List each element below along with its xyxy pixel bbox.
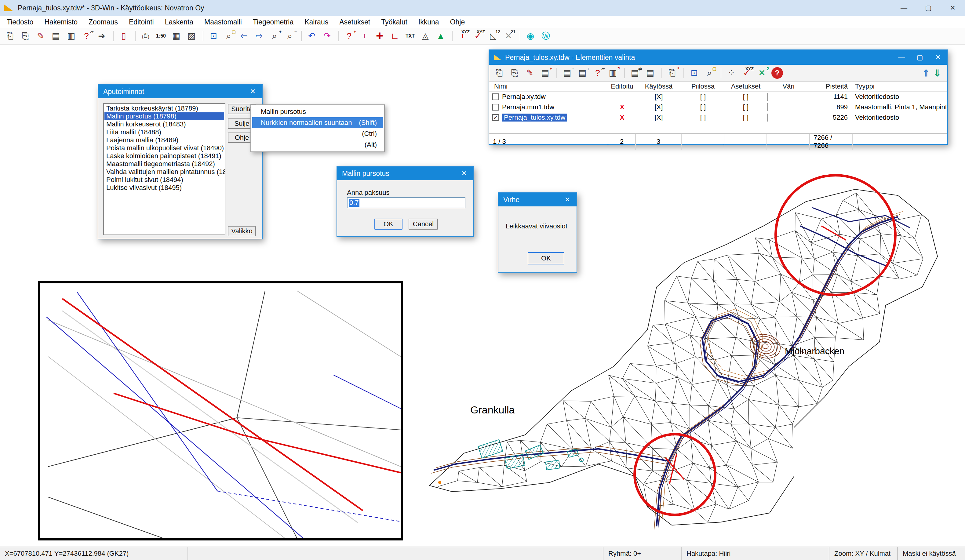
open-file-icon[interactable]: ⎘ xyxy=(507,66,522,80)
table-row[interactable]: ✓Pernaja_tulos.xy.tdwX[X][ ][ ]5226Vekto… xyxy=(489,113,947,123)
add-point-icon[interactable]: + xyxy=(357,29,372,43)
query-file-icon[interactable]: ?▱ xyxy=(79,29,94,43)
minimize-button[interactable]: — xyxy=(892,50,911,65)
close-icon[interactable]: ✕ xyxy=(455,167,473,180)
cancel-button[interactable]: Cancel xyxy=(409,219,438,230)
maximize-button[interactable]: ▢ xyxy=(911,50,929,65)
zoom-extents-icon[interactable]: ⊡ xyxy=(206,29,221,43)
open-file-icon[interactable]: ⎘ xyxy=(18,29,33,43)
copy-up-icon[interactable]: ▤↑ xyxy=(559,66,575,80)
element-checkbox[interactable] xyxy=(492,104,499,111)
column-header-nimi[interactable]: Nimi xyxy=(489,82,608,90)
merge-files-icon[interactable]: ▤ xyxy=(643,66,658,80)
column-header-piilossa[interactable]: Piilossa xyxy=(682,82,725,90)
xyz-check-icon[interactable]: ✓XYZ xyxy=(739,66,754,80)
menu-maastomalli[interactable]: Maastomalli xyxy=(199,16,247,28)
x2-icon[interactable]: ✕2 xyxy=(754,66,770,80)
text-icon[interactable]: TXT xyxy=(402,29,418,43)
maximize-button[interactable]: ▢ xyxy=(916,0,940,16)
help-icon[interactable]: ? xyxy=(771,67,783,79)
scale-icon[interactable]: 1:50 xyxy=(153,29,168,43)
xyz-plus-icon[interactable]: +XYZ xyxy=(455,29,470,43)
menu-tiedosto[interactable]: Tiedosto xyxy=(1,16,39,28)
table-row[interactable]: Pernaja.mm1.tdwX[X][ ][ ]899Maastomalli,… xyxy=(489,102,947,113)
menu-editointi[interactable]: Editointi xyxy=(123,16,159,28)
new-element-icon[interactable]: ⎗* xyxy=(664,66,680,80)
w-sphere-icon[interactable]: Ⓦ xyxy=(538,29,553,43)
new-file-icon[interactable]: ⎗ xyxy=(2,29,18,43)
context-menu-item[interactable]: Nurkkien normaalien suuntaan(Shift) xyxy=(252,117,383,128)
context-menu-item[interactable]: Mallin pursotus xyxy=(252,106,383,117)
virhe-titlebar[interactable]: Virhe ✕ xyxy=(498,193,577,206)
element-window-titlebar[interactable]: Pernaja_tulos.xy.tdw - Elementtien valin… xyxy=(489,50,947,65)
menu-ohje[interactable]: Ohje xyxy=(445,16,471,28)
menu-työkalut[interactable]: Työkalut xyxy=(376,16,413,28)
o-sphere-icon[interactable]: ◉ xyxy=(523,29,538,43)
cell-piilossa[interactable]: [ ] xyxy=(682,103,725,111)
cell-asetukset[interactable]: [ ] xyxy=(725,103,767,111)
valikko-button[interactable]: Valikko xyxy=(228,226,256,236)
zoom-window-icon[interactable]: ⌕▢ xyxy=(221,29,236,43)
copy-file-icon[interactable]: ▤ xyxy=(48,29,64,43)
minimize-button[interactable]: — xyxy=(892,0,916,16)
query-file-icon[interactable]: ?▱ xyxy=(590,66,605,80)
menu-kairaus[interactable]: Kairaus xyxy=(299,16,334,28)
element-name[interactable]: Pernaja.mm1.tdw xyxy=(502,103,554,111)
element-name[interactable]: Pernaja.xy.tdw xyxy=(502,93,546,101)
edit-files-icon[interactable]: ✎ xyxy=(33,29,48,43)
cell-kaytossa[interactable]: [X] xyxy=(636,93,682,101)
close-icon[interactable]: ✕ xyxy=(558,193,577,206)
list-item[interactable]: Vaihda valittujen mallien pintatunnus (1… xyxy=(105,168,224,176)
element-checkbox[interactable]: ✓ xyxy=(492,114,499,121)
query-point-icon[interactable]: ?+ xyxy=(342,29,357,43)
cell-asetukset[interactable]: [ ] xyxy=(725,114,767,121)
menu-ikkuna[interactable]: Ikkuna xyxy=(413,16,445,28)
print-icon[interactable]: ⎙ xyxy=(138,29,153,43)
column-header-väri[interactable]: Väri xyxy=(767,82,810,90)
triangle-12-icon[interactable]: ◺12 xyxy=(486,29,501,43)
surface-flag-icon[interactable]: ▲ xyxy=(433,29,448,43)
query-files-icon[interactable]: ▥? xyxy=(605,66,620,80)
column-header-tyyppi[interactable]: Tyyppi xyxy=(853,82,947,90)
column-header-editoitu[interactable]: Editoitu xyxy=(608,82,636,90)
redo-icon[interactable]: ↷ xyxy=(319,29,335,43)
new-file-icon[interactable]: ⎗ xyxy=(492,66,507,80)
list-item[interactable]: Maastomalli tiegeometriasta (18492) xyxy=(105,160,224,168)
cell-kaytossa[interactable]: [X] xyxy=(636,103,682,111)
column-header-asetukset[interactable]: Asetukset xyxy=(725,82,767,90)
list-item[interactable]: Mallin korkeuserot (18483) xyxy=(105,120,224,128)
table-row[interactable]: Pernaja.xy.tdw[X][ ][ ]1141Vektoritiedos… xyxy=(489,91,947,102)
color-swatch[interactable] xyxy=(767,103,768,111)
pan-left-icon[interactable]: ⇦ xyxy=(236,29,252,43)
grid-icon[interactable]: ▦ xyxy=(168,29,184,43)
cell-piilossa[interactable]: [ ] xyxy=(682,114,725,121)
close-button[interactable]: ✕ xyxy=(940,0,965,16)
element-name[interactable]: Pernaja_tulos.xy.tdw xyxy=(502,114,567,121)
context-menu-item[interactable]: (Alt) xyxy=(252,139,383,150)
cross-21-icon[interactable]: ✕21 xyxy=(501,29,516,43)
pan-right-icon[interactable]: ⇨ xyxy=(252,29,267,43)
scatter-icon[interactable]: ⁘ xyxy=(724,66,739,80)
cell-piilossa[interactable]: [ ] xyxy=(682,93,725,101)
undo-icon[interactable]: ↶ xyxy=(304,29,319,43)
titlebar[interactable]: Pernaja_tulos.xy.tdw* - 3D-Win - Käyttöo… xyxy=(0,0,965,16)
swap-files-icon[interactable]: ▤⇄ xyxy=(627,66,643,80)
menu-zoomaus[interactable]: Zoomaus xyxy=(83,16,123,28)
cell-asetukset[interactable]: [ ] xyxy=(725,93,767,101)
cell-kaytossa[interactable]: [X] xyxy=(636,114,682,121)
export-file-icon[interactable]: ➔ xyxy=(94,29,109,43)
zoom-out-icon[interactable]: ⌕− xyxy=(282,29,298,43)
color-swatch[interactable] xyxy=(767,93,768,101)
triangle-points-icon[interactable]: ◬ xyxy=(418,29,433,43)
aputoiminnot-titlebar[interactable]: Aputoiminnot ✕ xyxy=(98,85,262,98)
previous-element-button[interactable]: ⇑ xyxy=(922,68,930,78)
list-item[interactable]: Lukitse viivasivut (18495) xyxy=(105,184,224,192)
edit-files-icon[interactable]: ✎ xyxy=(522,66,538,80)
copy-down-icon[interactable]: ▤↓ xyxy=(575,66,590,80)
perpendicular-icon[interactable]: ∟ xyxy=(387,29,402,43)
ok-button[interactable]: OK xyxy=(375,219,402,230)
pursotus-titlebar[interactable]: Mallin pursotus ✕ xyxy=(337,167,473,180)
menu-hakemisto[interactable]: Hakemisto xyxy=(39,16,83,28)
drawing-canvas[interactable]: GrankullaMjölnarbacken Pernaja_tulos.xy.… xyxy=(0,44,965,547)
zoom-in-icon[interactable]: ⌕+ xyxy=(267,29,282,43)
